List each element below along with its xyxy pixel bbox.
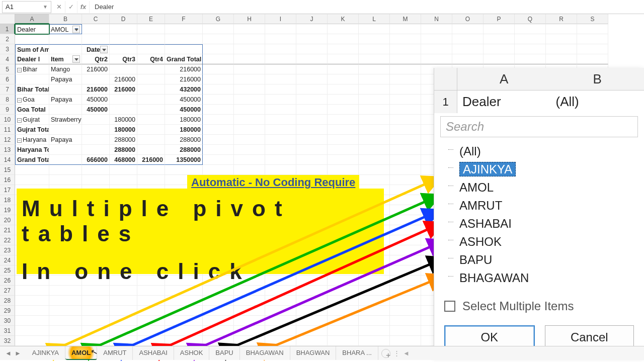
cell[interactable] (137, 34, 165, 44)
cell[interactable] (390, 125, 421, 135)
cell[interactable]: Qtr2 (82, 54, 110, 64)
cell[interactable] (296, 74, 328, 84)
sheet-tab[interactable]: BHARA ... (336, 346, 378, 360)
cell[interactable] (296, 24, 328, 34)
cell[interactable] (328, 155, 359, 165)
cell[interactable] (296, 296, 328, 306)
cell[interactable] (203, 125, 234, 135)
cell[interactable]: 216000 (137, 155, 165, 165)
cell[interactable]: Dealer (15, 24, 49, 34)
cell[interactable] (296, 145, 328, 155)
cell[interactable] (296, 34, 328, 44)
filter-item[interactable]: ASHABAI (444, 215, 634, 233)
cell[interactable] (265, 95, 296, 105)
cell[interactable] (110, 24, 137, 34)
cell[interactable] (137, 165, 165, 175)
cell[interactable] (328, 95, 359, 105)
cell[interactable] (49, 316, 82, 326)
cell[interactable] (296, 84, 328, 95)
cell[interactable] (390, 326, 421, 336)
cell[interactable] (15, 336, 49, 346)
cell[interactable] (328, 145, 359, 155)
row-header[interactable]: 30 (0, 316, 15, 326)
cell[interactable] (265, 336, 296, 346)
cell[interactable]: 180000 (110, 115, 137, 125)
cell[interactable] (165, 286, 203, 296)
cell[interactable] (137, 74, 165, 84)
cell[interactable] (328, 44, 359, 54)
cell[interactable] (15, 34, 49, 44)
cell[interactable] (137, 316, 165, 326)
cell[interactable]: 666000 (82, 155, 110, 165)
row-header[interactable]: 32 (0, 336, 15, 346)
cell[interactable] (203, 145, 234, 155)
cell[interactable] (49, 165, 82, 175)
filter-item[interactable]: AMOL (444, 178, 634, 197)
cell[interactable]: Grand Total (165, 54, 203, 64)
cell[interactable] (110, 336, 137, 346)
cell[interactable] (328, 296, 359, 306)
sheet-tab[interactable]: BHAGAWAN (240, 346, 290, 360)
cell[interactable] (49, 105, 82, 115)
row-header[interactable]: 19 (0, 205, 15, 215)
cell[interactable] (110, 95, 137, 105)
cell[interactable] (265, 306, 296, 316)
cell[interactable] (328, 24, 359, 34)
cell[interactable] (390, 265, 421, 276)
cell[interactable] (265, 105, 296, 115)
cell[interactable] (421, 24, 452, 34)
row-header[interactable]: 14 (0, 155, 15, 165)
cell[interactable]: Bihar Total (15, 84, 49, 95)
cell[interactable] (165, 296, 203, 306)
cell[interactable] (390, 24, 421, 34)
cell[interactable] (49, 296, 82, 306)
cell[interactable] (390, 105, 421, 115)
cell[interactable] (137, 175, 165, 185)
cell[interactable] (515, 34, 546, 44)
cell[interactable] (328, 34, 359, 44)
cell[interactable] (359, 54, 390, 64)
cell[interactable] (234, 125, 265, 135)
cell[interactable]: 450000 (165, 95, 203, 105)
cell[interactable] (390, 115, 421, 125)
cell[interactable] (390, 165, 421, 175)
cell[interactable] (49, 306, 82, 316)
accept-formula-icon[interactable]: ✓ (65, 1, 77, 13)
column-header-N[interactable]: N (421, 14, 452, 24)
cell[interactable] (49, 34, 82, 44)
tab-overflow-icon[interactable]: ⋮ (393, 349, 400, 357)
cell[interactable] (203, 326, 234, 336)
column-header-C[interactable]: C (82, 14, 110, 24)
cell[interactable] (390, 95, 421, 105)
cell[interactable] (234, 326, 265, 336)
cell[interactable] (421, 44, 452, 54)
cell[interactable] (515, 44, 546, 54)
cell[interactable] (359, 135, 390, 145)
cell[interactable] (328, 115, 359, 125)
cell[interactable]: 432000 (165, 84, 203, 95)
cell[interactable] (390, 316, 421, 326)
row-header[interactable]: 17 (0, 185, 15, 195)
cell[interactable] (49, 336, 82, 346)
row-header[interactable]: 15 (0, 165, 15, 175)
filter-search-input[interactable]: Search (440, 116, 638, 137)
cell[interactable] (265, 24, 296, 34)
cell[interactable] (137, 135, 165, 145)
row-header[interactable]: 28 (0, 296, 15, 306)
cell[interactable] (203, 105, 234, 115)
cell[interactable] (234, 105, 265, 115)
cell[interactable]: 180000 (110, 125, 137, 135)
row-header[interactable]: 21 (0, 225, 15, 235)
cell[interactable] (328, 286, 359, 296)
column-header-F[interactable]: F (165, 14, 203, 24)
column-header-B[interactable]: B (49, 14, 82, 24)
sheet-tab[interactable]: BHAGWAN (290, 346, 337, 360)
cell[interactable] (452, 44, 484, 54)
cell[interactable] (577, 54, 608, 64)
cell[interactable] (265, 54, 296, 64)
cell[interactable] (390, 54, 421, 64)
cell[interactable] (390, 44, 421, 54)
cell[interactable] (390, 215, 421, 225)
cell[interactable] (82, 165, 110, 175)
cell[interactable] (390, 175, 421, 185)
